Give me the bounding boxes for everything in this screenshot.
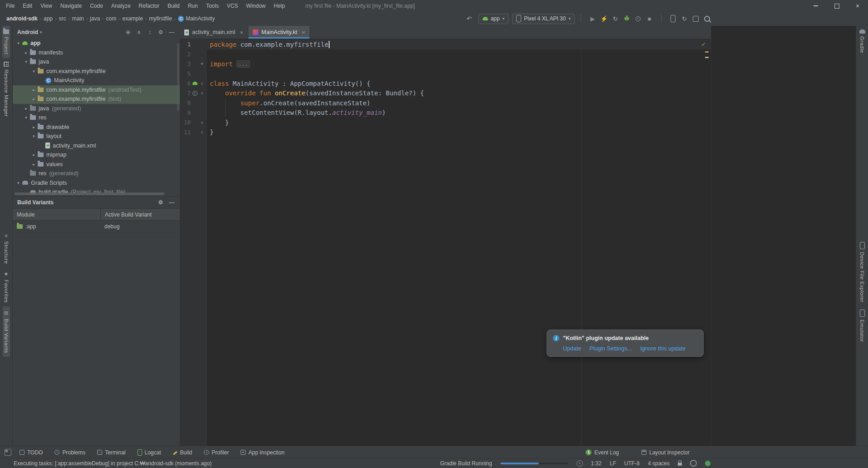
android-gutter-icon[interactable] bbox=[191, 82, 199, 85]
code-text[interactable] bbox=[206, 69, 711, 79]
chevron-down-icon[interactable]: ▾ bbox=[15, 181, 21, 185]
fold-marker[interactable]: + bbox=[199, 61, 205, 66]
menu-code[interactable]: Code bbox=[86, 3, 107, 9]
editor-tab-mainactivity-kt[interactable]: MainActivity.kt× bbox=[248, 26, 311, 39]
build-variant-row[interactable]: :app debug bbox=[13, 221, 180, 233]
right-tool-tab-gradle[interactable]: Gradle bbox=[858, 26, 866, 57]
editor-tab-activity-main-xml[interactable]: activity_main.xml× bbox=[180, 26, 248, 39]
tab-close-icon[interactable]: × bbox=[240, 29, 243, 36]
fold-marker[interactable]: ∧ bbox=[199, 120, 205, 125]
code-area[interactable]: 1package com.example.myfirstfile23+impor… bbox=[180, 39, 711, 446]
tree-item-drawable[interactable]: ▸drawable bbox=[13, 123, 180, 132]
breadcrumb-app[interactable]: app bbox=[44, 15, 53, 22]
chevron-right-icon[interactable]: ▸ bbox=[31, 97, 37, 101]
tool-window-button-layout-inspector[interactable]: Layout Inspector bbox=[641, 449, 690, 456]
menu-analyze[interactable]: Analyze bbox=[107, 3, 135, 9]
tree-vertical-scrollbar[interactable] bbox=[177, 43, 179, 111]
tree-item-layout[interactable]: ▾layout bbox=[13, 132, 180, 141]
breadcrumb-main[interactable]: main bbox=[72, 15, 84, 22]
tree-item-mainactivity[interactable]: CMainActivity bbox=[13, 76, 180, 85]
target-device-select[interactable]: Pixel 4 XL API 30 ▾ bbox=[512, 14, 575, 24]
sdk-manager-icon[interactable] bbox=[690, 13, 701, 24]
search-icon[interactable] bbox=[701, 13, 713, 24]
chevron-right-icon[interactable]: ▸ bbox=[23, 50, 29, 55]
chevron-right-icon[interactable]: ▸ bbox=[31, 162, 37, 167]
gear-icon[interactable]: ⚙ bbox=[155, 199, 166, 206]
menu-tools[interactable]: Tools bbox=[202, 3, 223, 9]
tree-item-com-example-myfirstfile[interactable]: ▾com.example.myfirstfile bbox=[13, 67, 180, 76]
chevron-right-icon[interactable]: ▸ bbox=[31, 88, 37, 92]
menu-build[interactable]: Build bbox=[163, 3, 184, 9]
locate-icon[interactable]: ⊕ bbox=[123, 29, 133, 35]
tree-item-java-generated[interactable]: ▸java(generated) bbox=[13, 104, 180, 113]
profile-icon[interactable] bbox=[632, 13, 644, 24]
indent-widget[interactable]: 4 spaces bbox=[648, 460, 670, 467]
code-text[interactable]: setContentView(R.layout.activity_main) bbox=[206, 108, 711, 118]
notification-action-update[interactable]: Update bbox=[563, 345, 581, 352]
override-gutter-icon[interactable]: ↑ bbox=[191, 91, 199, 96]
code-text[interactable]: } bbox=[206, 128, 711, 138]
notification-action-ignore-this-update[interactable]: Ignore this update bbox=[640, 345, 686, 352]
tool-window-button-problems[interactable]: !Problems bbox=[54, 449, 85, 456]
tree-item-java[interactable]: ▾java bbox=[13, 57, 180, 67]
breadcrumb-com[interactable]: com bbox=[106, 15, 116, 22]
hide-icon[interactable]: — bbox=[166, 29, 177, 35]
left-tool-tab-resource-manager[interactable]: Resource Manager bbox=[3, 58, 10, 120]
tree-item-com-example-myfirstfile-test[interactable]: ▸com.example.myfirstfile(test) bbox=[13, 94, 180, 104]
code-line-8[interactable]: 8 super.onCreate(savedInstanceState) bbox=[180, 98, 711, 108]
notification-action-plugin-settings[interactable]: Plugin Settings... bbox=[589, 345, 632, 352]
tree-item-gradle-scripts[interactable]: ▾Gradle Scripts bbox=[13, 178, 180, 188]
debug-icon[interactable] bbox=[621, 13, 632, 24]
tree-item-res[interactable]: ▾res bbox=[13, 113, 180, 123]
left-tool-tab-structure[interactable]: ≡Structure bbox=[3, 229, 10, 267]
left-tool-tab-build-variants[interactable]: ⊞Build Variants bbox=[3, 306, 10, 357]
code-text[interactable]: class MainActivity : AppCompatActivity()… bbox=[206, 79, 711, 89]
code-text[interactable]: import ... bbox=[206, 59, 711, 69]
settings-icon[interactable]: ⚙ bbox=[155, 29, 166, 35]
code-line-5[interactable]: 5 bbox=[180, 69, 711, 79]
chevron-right-icon[interactable]: ▸ bbox=[31, 153, 37, 157]
line-separator-widget[interactable]: LF bbox=[610, 460, 616, 467]
collapse-all-icon[interactable]: ∧ bbox=[133, 29, 144, 35]
tool-window-button-todo[interactable]: TODO bbox=[20, 449, 43, 456]
readonly-lock-icon[interactable] bbox=[678, 463, 682, 466]
breadcrumb-java[interactable]: java bbox=[90, 15, 100, 22]
tree-item-manifests[interactable]: ▸manifests bbox=[13, 48, 180, 58]
tree-item-values[interactable]: ▸values bbox=[13, 160, 180, 169]
code-line-7[interactable]: 7↑∨ override fun onCreate(savedInstanceS… bbox=[180, 89, 711, 99]
breadcrumb-mainactivity[interactable]: CMainActivity bbox=[178, 15, 215, 22]
inspections-ok-icon[interactable]: ✓ bbox=[702, 40, 705, 48]
chevron-down-icon[interactable]: ▾ bbox=[31, 69, 37, 74]
menu-edit[interactable]: Edit bbox=[19, 3, 36, 9]
menu-view[interactable]: View bbox=[36, 3, 56, 9]
tab-close-icon[interactable]: × bbox=[302, 29, 306, 36]
tree-item-mipmap[interactable]: ▸mipmap bbox=[13, 150, 180, 160]
apply-changes-icon[interactable]: ⚡ bbox=[598, 13, 610, 24]
stop-icon[interactable]: ■ bbox=[644, 13, 655, 24]
hide-icon[interactable]: — bbox=[166, 199, 177, 206]
minimize-button[interactable] bbox=[805, 0, 826, 12]
cancel-build-icon[interactable]: × bbox=[577, 460, 583, 467]
fold-marker[interactable]: ∨ bbox=[199, 91, 205, 95]
code-line-1[interactable]: 1package com.example.myfirstfile bbox=[180, 39, 711, 49]
highlighting-level-icon[interactable] bbox=[690, 460, 697, 467]
chevron-right-icon[interactable]: ▸ bbox=[31, 125, 37, 129]
run-icon[interactable]: ▶ bbox=[587, 13, 598, 24]
tool-window-button-app-inspection[interactable]: App Inspection bbox=[241, 449, 284, 456]
menu-refactor[interactable]: Refactor bbox=[135, 3, 163, 9]
chevron-down-icon[interactable]: ▾ bbox=[23, 115, 29, 120]
code-line-6[interactable]: 6∨class MainActivity : AppCompatActivity… bbox=[180, 79, 711, 89]
tool-window-button-build[interactable]: Build bbox=[173, 449, 192, 456]
left-tool-tab-favorites[interactable]: ★Favorites bbox=[3, 267, 10, 306]
code-text[interactable]: } bbox=[206, 118, 711, 128]
breadcrumb-src[interactable]: src bbox=[59, 15, 66, 22]
tree-item-app[interactable]: ▾app bbox=[13, 39, 180, 48]
maximize-button[interactable] bbox=[826, 0, 847, 12]
run-configuration-select[interactable]: app ▾ bbox=[478, 14, 509, 24]
code-line-2[interactable]: 2 bbox=[180, 49, 711, 59]
expand-icon[interactable]: ↕ bbox=[144, 29, 155, 35]
variant-value[interactable]: debug bbox=[100, 223, 119, 230]
code-text[interactable]: package com.example.myfirstfile bbox=[206, 39, 711, 49]
right-tool-tab-device-file-explorer[interactable]: Device File Explorer bbox=[858, 238, 866, 306]
tree-item-res-generated[interactable]: res(generated) bbox=[13, 169, 180, 178]
